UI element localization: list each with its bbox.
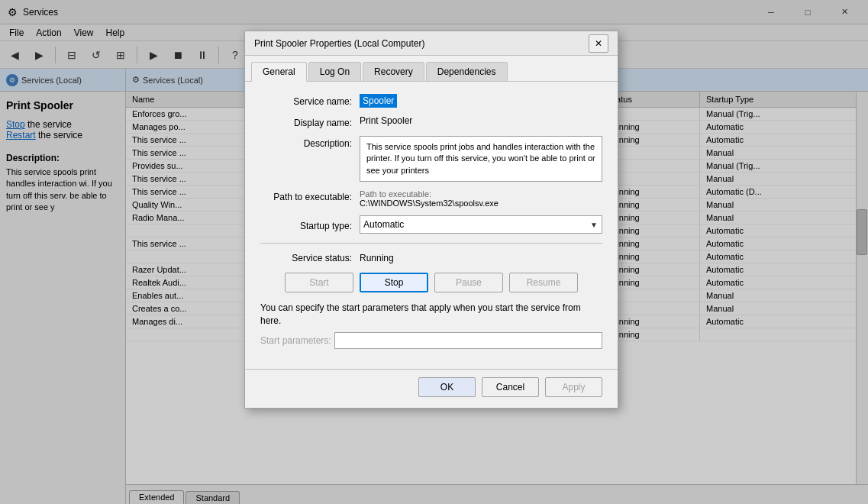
description-label: Description: bbox=[260, 136, 352, 149]
startup-type-select[interactable]: Automatic Automatic (Delayed Start) Manu… bbox=[360, 215, 602, 234]
startup-type-row: Startup type: Automatic Automatic (Delay… bbox=[260, 215, 602, 234]
cancel-button[interactable]: Cancel bbox=[482, 377, 539, 397]
display-name-value: Print Spooler bbox=[360, 115, 602, 126]
modal-close-button[interactable]: ✕ bbox=[589, 34, 608, 53]
tab-dependencies[interactable]: Dependencies bbox=[426, 62, 508, 81]
resume-button[interactable]: Resume bbox=[509, 273, 578, 292]
description-text: This service spools print jobs and handl… bbox=[366, 142, 595, 175]
params-description: You can specify the start parameters tha… bbox=[260, 302, 602, 328]
modal-tabs: General Log On Recovery Dependencies bbox=[245, 56, 618, 82]
tab-general[interactable]: General bbox=[251, 62, 307, 82]
params-label: Start parameters: bbox=[260, 335, 331, 346]
control-buttons-row: Start Stop Pause Resume bbox=[260, 273, 602, 292]
display-name-label: Display name: bbox=[260, 115, 352, 128]
startup-label: Startup type: bbox=[260, 218, 352, 231]
tab-logon[interactable]: Log On bbox=[308, 62, 361, 81]
pause-button[interactable]: Pause bbox=[434, 273, 503, 292]
service-name-highlighted: Spooler bbox=[360, 94, 397, 108]
ok-button[interactable]: OK bbox=[418, 377, 476, 397]
modal-overlay: Print Spooler Properties (Local Computer… bbox=[0, 0, 868, 504]
modal-content: Service name: Spooler Display name: Prin… bbox=[245, 82, 618, 369]
modal-footer: OK Cancel Apply bbox=[245, 369, 618, 408]
apply-button[interactable]: Apply bbox=[545, 377, 602, 397]
display-name-row: Display name: Print Spooler bbox=[260, 115, 602, 128]
modal-dialog: Print Spooler Properties (Local Computer… bbox=[244, 31, 618, 409]
path-row: Path to executable: Path to executable: … bbox=[260, 189, 602, 208]
modal-title-bar: Print Spooler Properties (Local Computer… bbox=[245, 31, 618, 56]
path-value-text: C:\WINDOWS\System32\spoolsv.exe bbox=[360, 199, 602, 208]
stop-button[interactable]: Stop bbox=[360, 273, 428, 292]
description-row: Description: This service spools print j… bbox=[260, 136, 602, 182]
service-name-row: Service name: Spooler bbox=[260, 94, 602, 108]
path-label: Path to executable: bbox=[260, 189, 352, 202]
service-status-row: Service status: Running bbox=[260, 253, 602, 263]
path-label-text: Path to executable: bbox=[360, 189, 602, 199]
tab-recovery[interactable]: Recovery bbox=[363, 62, 424, 81]
service-status-value: Running bbox=[360, 253, 394, 263]
divider bbox=[260, 243, 602, 244]
params-row: Start parameters: bbox=[260, 332, 602, 349]
service-name-value: Spooler bbox=[360, 94, 602, 108]
service-name-label: Service name: bbox=[260, 94, 352, 107]
start-button[interactable]: Start bbox=[285, 273, 353, 292]
description-box[interactable]: This service spools print jobs and handl… bbox=[360, 136, 602, 182]
modal-title: Print Spooler Properties (Local Computer… bbox=[254, 38, 589, 49]
params-input[interactable] bbox=[334, 332, 602, 349]
service-status-label: Service status: bbox=[260, 253, 352, 263]
startup-select-wrapper: Automatic Automatic (Delayed Start) Manu… bbox=[360, 215, 602, 234]
path-value: Path to executable: C:\WINDOWS\System32\… bbox=[360, 189, 602, 208]
